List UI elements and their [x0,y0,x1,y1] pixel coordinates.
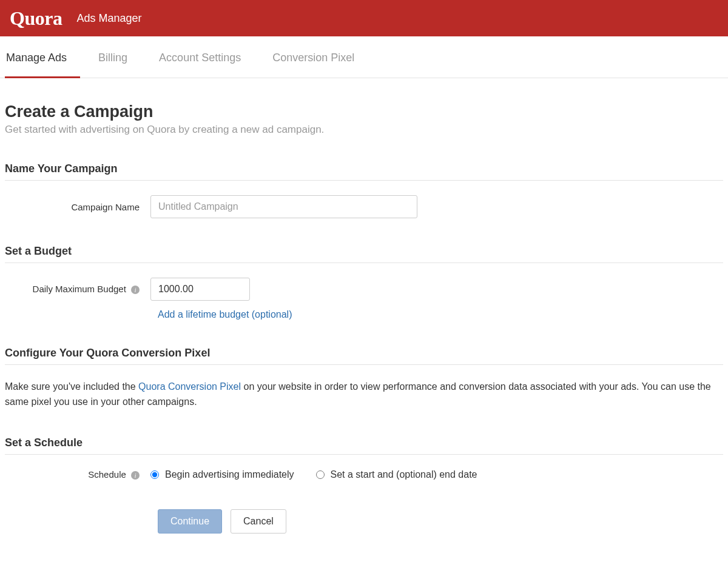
lifetime-budget-link-row: Add a lifetime budget (optional) [150,309,723,320]
form-row-campaign-name: Campaign Name [5,195,723,218]
page-subtitle: Get started with advertising on Quora by… [5,124,723,136]
info-icon[interactable]: i [131,470,140,480]
header-title: Ads Manager [76,12,141,25]
section-heading-budget: Set a Budget [5,245,723,263]
page-content: Create a Campaign Get started with adver… [0,78,728,558]
label-daily-budget-text: Daily Maximum Budget [33,284,126,294]
schedule-radio-group: Begin advertising immediately Set a star… [150,469,477,480]
schedule-radio-dates[interactable] [316,470,325,479]
cancel-button[interactable]: Cancel [231,509,286,534]
section-heading-schedule: Set a Schedule [5,437,723,455]
campaign-name-input[interactable] [150,195,417,218]
info-icon[interactable]: i [131,284,140,295]
label-schedule-text: Schedule [88,469,126,480]
add-lifetime-budget-link[interactable]: Add a lifetime budget (optional) [158,309,292,319]
pixel-description: Make sure you've included the Quora Conv… [5,380,723,410]
page-title: Create a Campaign [5,102,723,121]
pixel-text-pre: Make sure you've included the [5,381,138,392]
continue-button[interactable]: Continue [158,509,222,534]
daily-budget-input[interactable] [150,278,250,301]
schedule-option-immediate-label: Begin advertising immediately [165,469,294,480]
label-schedule: Schedule i [5,469,150,481]
form-row-schedule: Schedule i Begin advertising immediately… [5,469,723,481]
form-row-budget: Daily Maximum Budget i [5,278,723,301]
schedule-option-immediate[interactable]: Begin advertising immediately [150,469,294,480]
tab-manage-ads[interactable]: Manage Ads [5,37,80,78]
schedule-option-dates-label: Set a start and (optional) end date [331,469,477,480]
schedule-radio-immediate[interactable] [150,470,159,479]
quora-conversion-pixel-link[interactable]: Quora Conversion Pixel [138,381,241,392]
quora-logo: Quora [10,7,62,30]
svg-text:i: i [135,287,136,293]
tab-account-settings[interactable]: Account Settings [158,37,254,78]
tab-billing[interactable]: Billing [97,37,141,78]
tab-bar: Manage Ads Billing Account Settings Conv… [0,36,728,78]
svg-text:i: i [135,472,136,479]
schedule-option-dates[interactable]: Set a start and (optional) end date [316,469,477,480]
button-row: Continue Cancel [150,509,723,534]
app-header: Quora Ads Manager [0,0,728,36]
label-campaign-name: Campaign Name [5,202,150,212]
section-heading-pixel: Configure Your Quora Conversion Pixel [5,347,723,365]
section-heading-name: Name Your Campaign [5,162,723,181]
label-daily-budget: Daily Maximum Budget i [5,284,150,295]
tab-conversion-pixel[interactable]: Conversion Pixel [271,37,368,78]
